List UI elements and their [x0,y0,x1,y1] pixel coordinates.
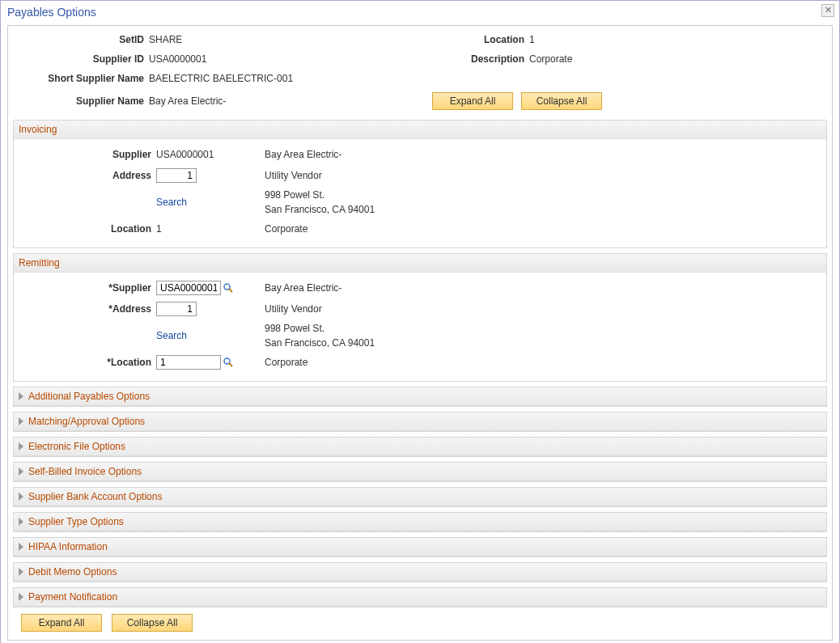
collapsed-section: Supplier Type Options [13,512,827,532]
section-header-collapsed[interactable]: Matching/Approval Options [14,412,826,431]
rem-location-desc: Corporate [261,357,585,368]
invoicing-body: Supplier USA0000001 Bay Area Electric- A… [14,139,826,247]
collapse-all-button[interactable]: Collapse All [521,92,602,110]
invoicing-section: Invoicing Supplier USA0000001 Bay Area E… [13,120,827,248]
section-title: Electronic File Options [28,441,125,452]
description-value: Corporate [529,53,691,65]
section-title: Supplier Bank Account Options [28,491,162,502]
collapsed-section: Matching/Approval Options [13,412,827,432]
inv-address-block: Utility Vendor [261,168,585,183]
section-title: HIPAA Information [28,541,108,552]
expand-triangle-icon [19,493,23,501]
inv-location-value: 1 [156,223,162,235]
svg-point-0 [224,284,230,290]
section-header-collapsed[interactable]: Payment Notification [14,588,826,607]
remitting-title: Remitting [19,257,60,269]
expand-triangle-icon [19,593,23,601]
expand-triangle-icon [19,543,23,551]
header-grid: SetID SHARE Location 1 Supplier ID USA00… [11,32,829,115]
dialog: Payables Options ✕ SetID SHARE Location … [0,0,840,643]
title-bar: Payables Options ✕ [1,1,839,25]
inv-addr-line3: San Francisco, CA 94001 [265,202,585,217]
lookup-icon[interactable] [223,357,234,368]
rem-location-input[interactable] [156,355,221,370]
close-icon[interactable]: ✕ [821,4,834,17]
rem-address-label: *Address [19,303,156,315]
supplier-name-label: Supplier Name [11,95,149,107]
inv-address-search-link[interactable]: Search [156,197,187,208]
section-header-collapsed[interactable]: Supplier Bank Account Options [14,488,826,506]
inv-addr-line2: 998 Powel St. [265,188,585,202]
rem-addr-line3: San Francisco, CA 94001 [265,336,585,350]
inv-address-input[interactable] [156,168,197,183]
section-title: Self-Billed Invoice Options [28,466,142,477]
location-value: 1 [529,34,691,45]
section-title: Debit Memo Options [28,566,117,577]
setid-label: SetID [11,34,149,45]
dialog-title: Payables Options [7,6,96,19]
inv-addr-rest: 998 Powel St. San Francisco, CA 94001 [261,188,585,217]
rem-addr-rest: 998 Powel St. San Francisco, CA 94001 [261,321,585,350]
expand-triangle-icon [19,568,23,576]
section-header-collapsed[interactable]: Self-Billed Invoice Options [14,463,826,481]
collapsed-section: Electronic File Options [13,437,827,457]
expand-triangle-icon [19,467,23,476]
collapsed-section: HIPAA Information [13,537,827,557]
inv-address-label: Address [19,170,156,181]
expand-triangle-icon [19,442,23,451]
section-header-collapsed[interactable]: Electronic File Options [14,438,826,456]
collapsed-section: Debit Memo Options [13,562,827,582]
setid-value: SHARE [149,34,432,45]
remitting-header: Remitting [14,254,826,273]
expand-collapse-top: Expand All Collapse All [432,92,691,110]
inv-supplier-label: Supplier [19,149,156,160]
inv-location-label: Location [19,223,156,235]
lookup-icon[interactable] [223,282,234,294]
content-panel: SetID SHARE Location 1 Supplier ID USA00… [7,25,833,641]
expand-triangle-icon [19,392,23,400]
collapsed-section: Supplier Bank Account Options [13,487,827,507]
rem-address-search-link[interactable]: Search [156,330,187,341]
rem-addr-line2: 998 Powel St. [265,321,585,336]
supplier-id-label: Supplier ID [11,53,149,65]
expand-all-button[interactable]: Expand All [432,92,513,110]
inv-supplier-name: Bay Area Electric- [261,149,585,160]
rem-location-label: *Location [19,357,156,368]
section-title: Payment Notification [28,591,117,603]
invoicing-title: Invoicing [19,124,57,135]
rem-supplier-name: Bay Area Electric- [261,282,585,294]
supplier-name-value: Bay Area Electric- [149,95,432,107]
collapsed-section: Additional Payables Options [13,387,827,407]
invoicing-header: Invoicing [14,121,826,139]
expand-collapse-bottom: Expand All Collapse All [21,614,827,632]
svg-point-2 [224,358,230,364]
expand-all-button-bottom[interactable]: Expand All [21,614,102,632]
svg-line-1 [229,289,232,292]
rem-addr-line1: Utility Vendor [261,303,585,315]
remitting-body: *Supplier Bay Area Electric- *Address [14,273,826,381]
section-title: Additional Payables Options [28,391,150,402]
location-label: Location [432,34,529,45]
collapsed-section: Self-Billed Invoice Options [13,462,827,482]
section-title: Supplier Type Options [28,516,124,527]
expand-triangle-icon [19,417,23,425]
description-label: Description [432,53,529,65]
section-header-collapsed[interactable]: Supplier Type Options [14,513,826,531]
supplier-id-value: USA0000001 [149,53,432,65]
short-name-value: BAELECTRIC BAELECTRIC-001 [149,73,691,84]
section-header-collapsed[interactable]: HIPAA Information [14,538,826,556]
section-title: Matching/Approval Options [28,416,145,427]
inv-location-desc: Corporate [261,223,585,235]
short-name-label: Short Supplier Name [11,73,149,84]
rem-address-input[interactable] [156,302,197,316]
section-header-collapsed[interactable]: Additional Payables Options [14,387,826,406]
expand-triangle-icon [19,518,23,526]
rem-supplier-input[interactable] [156,281,221,295]
inv-supplier-value: USA0000001 [156,149,214,160]
section-header-collapsed[interactable]: Debit Memo Options [14,563,826,582]
collapse-all-button-bottom[interactable]: Collapse All [112,614,193,632]
inv-addr-line1: Utility Vendor [265,168,585,183]
remitting-section: Remitting *Supplier Bay Area Electric- *… [13,253,827,382]
svg-line-3 [229,363,232,366]
collapsed-section: Payment Notification [13,587,827,607]
